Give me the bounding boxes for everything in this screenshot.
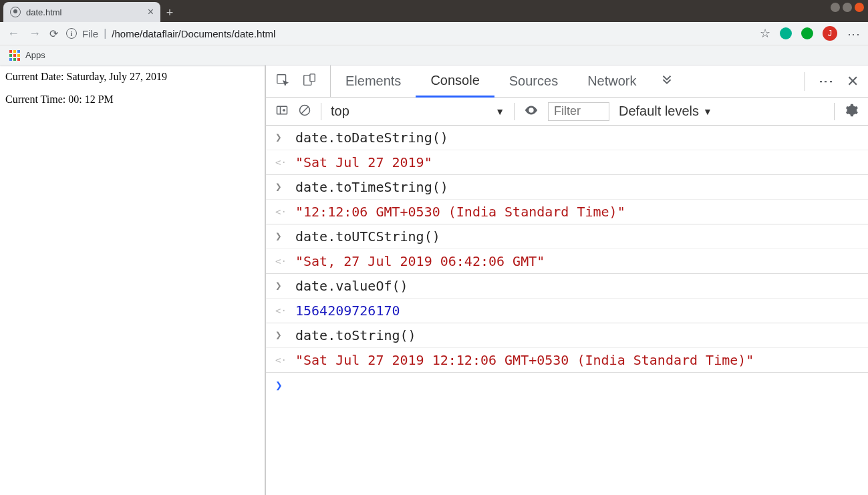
maximize-icon[interactable]	[843, 3, 852, 12]
live-expression-icon[interactable]	[524, 103, 539, 120]
console-value: "Sat Jul 27 2019 12:12:06 GMT+0530 (Indi…	[295, 352, 754, 368]
chevron-down-icon: ▼	[703, 106, 712, 117]
svg-rect-3	[277, 106, 287, 114]
page-line-time: Current Time: 00: 12 PM	[5, 94, 259, 106]
page-content: Current Date: Saturday, July 27, 2019 Cu…	[0, 65, 266, 495]
minimize-icon[interactable]	[831, 3, 840, 12]
console-value: "Sat, 27 Jul 2019 06:42:06 GMT"	[295, 253, 545, 269]
filter-input[interactable]	[548, 102, 609, 121]
console-result-row: <·"Sat, 27 Jul 2019 06:42:06 GMT"	[266, 249, 868, 274]
url-input[interactable]: i File | /home/dataflair/Documents/date.…	[66, 27, 752, 39]
globe-icon	[10, 7, 21, 17]
tab-elements[interactable]: Elements	[331, 65, 416, 97]
device-toggle-icon[interactable]	[302, 73, 317, 90]
apps-icon[interactable]	[9, 50, 20, 61]
devtools-panel: Elements Console Sources Network ⋮ ✕ top…	[266, 65, 868, 495]
console-command: date.toTimeString()	[295, 179, 448, 195]
console-result-row: <·"12:12:06 GMT+0530 (India Standard Tim…	[266, 200, 868, 224]
close-icon[interactable]: ×	[148, 6, 154, 18]
svg-rect-2	[310, 74, 315, 81]
close-window-icon[interactable]	[855, 3, 864, 12]
tab-network[interactable]: Network	[573, 65, 651, 97]
console-value: "12:12:06 GMT+0530 (India Standard Time)…	[295, 204, 625, 220]
profile-avatar[interactable]: J	[823, 26, 837, 41]
result-arrow-icon: <·	[275, 303, 286, 316]
clear-console-icon[interactable]	[298, 104, 311, 119]
console-command: date.valueOf()	[295, 278, 408, 294]
bookmarks-bar: Apps	[0, 45, 868, 65]
new-tab-button[interactable]: +	[160, 3, 179, 22]
console-command: date.toString()	[295, 327, 416, 343]
devtools-tabs: Elements Console Sources Network ⋮ ✕	[266, 65, 868, 98]
forward-button[interactable]: →	[28, 27, 41, 41]
devtools-menu-icon[interactable]: ⋮	[817, 74, 835, 89]
log-levels-selector[interactable]: Default levels ▼	[619, 104, 712, 119]
kebab-menu-icon[interactable]: ⋮	[847, 29, 861, 39]
result-arrow-icon: <·	[275, 253, 286, 267]
console-input-row: ❯date.toDateString()	[266, 126, 868, 150]
chevron-down-icon: ▼	[495, 106, 504, 117]
extension-icon[interactable]	[780, 27, 792, 39]
levels-label: Default levels	[619, 104, 699, 119]
tab-sources[interactable]: Sources	[494, 65, 573, 97]
apps-label[interactable]: Apps	[25, 50, 45, 60]
console-value: 1564209726170	[295, 303, 400, 319]
main-area: Current Date: Saturday, July 27, 2019 Cu…	[0, 65, 868, 495]
console-input-row: ❯date.toTimeString()	[266, 175, 868, 200]
tab-console[interactable]: Console	[416, 66, 494, 98]
window-titlebar: date.html × +	[0, 0, 868, 22]
sidebar-toggle-icon[interactable]	[275, 104, 289, 119]
result-arrow-icon: <·	[275, 352, 286, 365]
result-arrow-icon: <·	[275, 204, 286, 217]
tabs-overflow-icon[interactable]	[652, 74, 682, 89]
address-bar: ← → ⟳ i File | /home/dataflair/Documents…	[0, 22, 868, 45]
chevron-right-icon: ❯	[275, 179, 286, 193]
tab-title: date.html	[26, 7, 142, 17]
context-selector[interactable]: top ▼	[331, 104, 504, 119]
back-button[interactable]: ←	[7, 27, 20, 41]
url-scheme: File	[82, 28, 98, 39]
console-result-row: <·"Sat Jul 27 2019"	[266, 150, 868, 175]
window-controls	[831, 3, 864, 12]
page-line-date: Current Date: Saturday, July 27, 2019	[5, 71, 259, 83]
console-toolbar: top ▼ Default levels ▼	[266, 98, 868, 126]
console-result-row: <·"Sat Jul 27 2019 12:12:06 GMT+0530 (In…	[266, 348, 868, 373]
chevron-right-icon: ❯	[275, 130, 286, 144]
console-command: date.toDateString()	[295, 130, 448, 146]
console-value: "Sat Jul 27 2019"	[295, 154, 432, 170]
browser-tab[interactable]: date.html ×	[3, 2, 160, 22]
console-input-row: ❯date.valueOf()	[266, 274, 868, 299]
settings-gear-icon[interactable]	[844, 103, 859, 120]
console-prompt[interactable]: ❯	[266, 373, 868, 397]
console-result-row: <·1564209726170	[266, 299, 868, 323]
console-input-row: ❯date.toUTCString()	[266, 224, 868, 249]
devtools-close-icon[interactable]: ✕	[847, 73, 859, 90]
chevron-right-icon: ❯	[275, 378, 283, 392]
info-icon[interactable]: i	[66, 28, 77, 39]
chevron-right-icon: ❯	[275, 327, 286, 341]
chevron-right-icon: ❯	[275, 228, 286, 242]
result-arrow-icon: <·	[275, 154, 286, 168]
console-command: date.toUTCString()	[295, 228, 440, 244]
url-separator: |	[104, 27, 106, 39]
bookmark-star-icon[interactable]: ☆	[760, 26, 770, 41]
chevron-right-icon: ❯	[275, 278, 286, 292]
url-path: /home/dataflair/Documents/date.html	[112, 28, 275, 39]
context-label: top	[331, 104, 349, 119]
extension-icon[interactable]	[801, 27, 813, 39]
inspect-icon[interactable]	[275, 73, 290, 90]
console-output[interactable]: ❯date.toDateString()<·"Sat Jul 27 2019"❯…	[266, 126, 868, 495]
reload-button[interactable]: ⟳	[49, 27, 58, 40]
console-input-row: ❯date.toString()	[266, 323, 868, 348]
